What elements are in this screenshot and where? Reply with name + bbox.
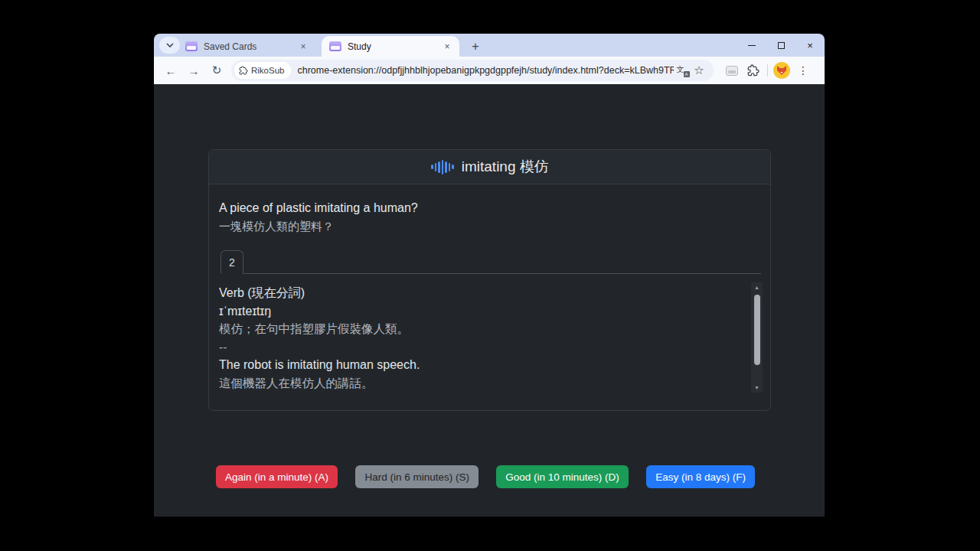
extensions-menu-button[interactable]: [743, 64, 764, 77]
address-bar[interactable]: RikoSub chrome-extension://odpfjjhhblhjo…: [231, 60, 714, 81]
answer-line-divider: --: [219, 338, 740, 357]
answer-text: Verb (現在分詞) ɪˈmɪteɪtɪŋ 模仿；在句中指塑膠片假裝像人類。 …: [219, 284, 740, 393]
question-chinese: 一塊模仿人類的塑料？: [219, 220, 334, 234]
sense-tab-2[interactable]: 2: [220, 250, 243, 274]
tab-label: Saved Cards: [204, 41, 292, 52]
bookmark-star-button[interactable]: ☆: [691, 64, 707, 77]
scroll-down-icon[interactable]: ▼: [751, 383, 763, 393]
tab-close-icon[interactable]: ×: [297, 41, 309, 53]
again-button[interactable]: Again (in a minute) (A): [216, 465, 338, 488]
scrollbar[interactable]: ▲ ▼: [751, 282, 763, 393]
disabled-extension-icon: [726, 66, 738, 76]
tab-label: Study: [348, 41, 436, 52]
reload-button[interactable]: ↻: [207, 60, 227, 80]
letterboxed-stage: Saved Cards × Study × + × ← → ↻: [0, 0, 980, 551]
back-button[interactable]: ←: [161, 60, 181, 80]
good-button[interactable]: Good (in 10 minutes) (D): [496, 465, 629, 488]
maximize-button[interactable]: [766, 34, 795, 57]
answer-line: 這個機器人在模仿人的講話。: [219, 374, 740, 393]
answer-line-ipa: ɪˈmɪteɪtɪŋ: [219, 302, 740, 321]
tab-study[interactable]: Study ×: [322, 36, 459, 57]
tab-search-button[interactable]: [159, 37, 180, 54]
extension-favicon-icon: [329, 41, 341, 51]
extension-favicon-icon: [185, 41, 198, 51]
card-title: imitating 模仿: [462, 157, 549, 177]
extension-chip[interactable]: RikoSub: [234, 62, 291, 79]
sense-tab-bar: 2: [220, 250, 761, 274]
minimize-icon: [748, 45, 756, 46]
answer-line: Verb (現在分詞): [219, 284, 740, 302]
study-page: imitating 模仿 A piece of plastic imitatin…: [154, 84, 825, 517]
question-english: A piece of plastic imitating a human?: [219, 201, 418, 215]
profile-button[interactable]: [771, 62, 792, 79]
tab-strip: Saved Cards × Study × + ×: [154, 34, 825, 57]
scrollbar-thumb[interactable]: [754, 295, 760, 365]
rating-button-row: Again (in a minute) (A) Hard (in 6 minut…: [216, 465, 755, 488]
url-text: chrome-extension://odpfjjhhblhjopebanigp…: [297, 65, 674, 76]
disabled-extension-button[interactable]: [721, 66, 743, 76]
flashcard-header: imitating 模仿: [209, 150, 770, 184]
easy-button[interactable]: Easy (in 8 days) (F): [646, 465, 755, 488]
new-tab-button[interactable]: +: [466, 37, 485, 56]
window-controls: ×: [737, 34, 825, 57]
extension-chip-label: RikoSub: [251, 66, 284, 75]
maximize-icon: [778, 42, 785, 49]
browser-menu-button[interactable]: ⋮: [792, 64, 814, 77]
close-button[interactable]: ×: [795, 34, 825, 57]
tab-saved-cards[interactable]: Saved Cards ×: [178, 36, 315, 57]
forward-button[interactable]: →: [184, 60, 204, 80]
scroll-up-icon[interactable]: ▲: [751, 282, 763, 292]
browser-toolbar: ← → ↻ RikoSub chrome-extension://odpfjjh…: [154, 57, 825, 84]
translate-button[interactable]: 文 A: [674, 66, 691, 76]
fox-avatar-icon: [773, 62, 790, 79]
puzzle-icon: [239, 66, 248, 75]
toolbar-separator: [767, 64, 768, 77]
hard-button[interactable]: Hard (in 6 minutes) (S): [355, 465, 479, 488]
answer-line: The robot is imitating human speech.: [219, 356, 740, 374]
audio-waveform-icon[interactable]: [430, 160, 455, 174]
puzzle-icon: [747, 64, 760, 77]
toolbar-right-icons: ⋮: [721, 62, 814, 79]
chevron-down-icon: [166, 43, 174, 47]
flashcard: imitating 模仿 A piece of plastic imitatin…: [208, 149, 771, 411]
browser-window: Saved Cards × Study × + × ← → ↻: [154, 34, 825, 517]
minimize-button[interactable]: [737, 34, 766, 57]
answer-scroll-region[interactable]: Verb (現在分詞) ɪˈmɪteɪtɪŋ 模仿；在句中指塑膠片假裝像人類。 …: [219, 282, 763, 393]
answer-line: 模仿；在句中指塑膠片假裝像人類。: [219, 320, 740, 338]
tab-close-icon[interactable]: ×: [441, 41, 453, 53]
translate-icon: 文 A: [677, 66, 688, 76]
